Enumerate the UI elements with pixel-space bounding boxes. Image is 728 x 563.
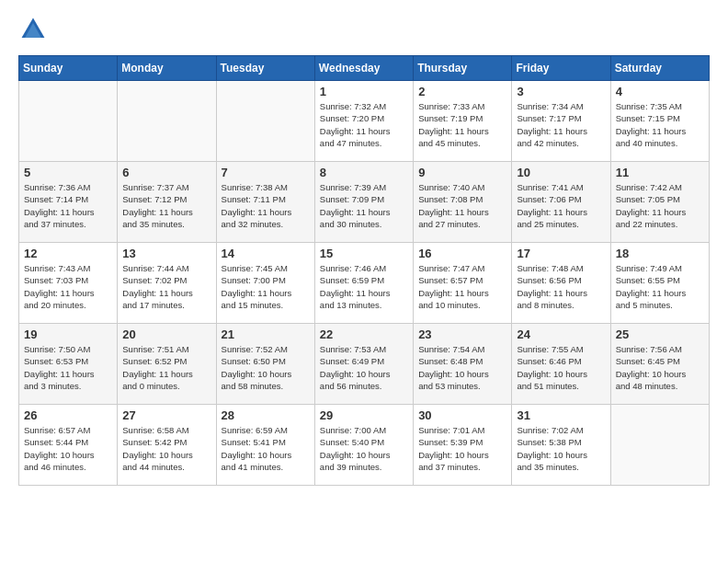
header-cell-monday: Monday bbox=[118, 56, 216, 81]
page: SundayMondayTuesdayWednesdayThursdayFrid… bbox=[0, 0, 728, 504]
day-cell: 23Sunrise: 7:54 AM Sunset: 6:48 PM Dayli… bbox=[414, 324, 512, 405]
day-number: 22 bbox=[320, 327, 408, 341]
header-cell-thursday: Thursday bbox=[414, 56, 512, 81]
day-number: 13 bbox=[122, 247, 210, 260]
day-cell: 4Sunrise: 7:35 AM Sunset: 7:15 PM Daylig… bbox=[610, 81, 709, 162]
day-info: Sunrise: 7:53 AM Sunset: 6:49 PM Dayligh… bbox=[320, 343, 408, 392]
day-info: Sunrise: 6:57 AM Sunset: 5:44 PM Dayligh… bbox=[24, 424, 112, 473]
day-info: Sunrise: 7:33 AM Sunset: 7:19 PM Dayligh… bbox=[418, 100, 506, 149]
day-info: Sunrise: 7:46 AM Sunset: 6:59 PM Dayligh… bbox=[320, 262, 408, 311]
day-number: 9 bbox=[418, 166, 506, 179]
day-cell: 7Sunrise: 7:38 AM Sunset: 7:11 PM Daylig… bbox=[216, 162, 314, 243]
day-info: Sunrise: 6:58 AM Sunset: 5:42 PM Dayligh… bbox=[122, 424, 210, 473]
day-info: Sunrise: 7:41 AM Sunset: 7:06 PM Dayligh… bbox=[517, 181, 605, 230]
day-info: Sunrise: 7:01 AM Sunset: 5:39 PM Dayligh… bbox=[418, 424, 506, 473]
day-cell: 6Sunrise: 7:37 AM Sunset: 7:12 PM Daylig… bbox=[118, 162, 216, 243]
day-number: 14 bbox=[222, 247, 310, 260]
week-row-4: 19Sunrise: 7:50 AM Sunset: 6:53 PM Dayli… bbox=[19, 324, 710, 405]
calendar-table: SundayMondayTuesdayWednesdayThursdayFrid… bbox=[18, 55, 710, 486]
day-number: 2 bbox=[418, 85, 506, 98]
day-cell: 24Sunrise: 7:55 AM Sunset: 6:46 PM Dayli… bbox=[512, 324, 610, 405]
day-cell: 21Sunrise: 7:52 AM Sunset: 6:50 PM Dayli… bbox=[216, 324, 314, 405]
header-cell-tuesday: Tuesday bbox=[216, 56, 314, 81]
day-cell: 1Sunrise: 7:32 AM Sunset: 7:20 PM Daylig… bbox=[314, 81, 413, 162]
header-cell-saturday: Saturday bbox=[610, 56, 709, 81]
day-info: Sunrise: 7:34 AM Sunset: 7:17 PM Dayligh… bbox=[517, 100, 605, 149]
day-number: 3 bbox=[517, 85, 605, 98]
header bbox=[18, 15, 710, 44]
header-cell-sunday: Sunday bbox=[19, 56, 118, 81]
day-cell bbox=[610, 405, 709, 486]
day-cell: 8Sunrise: 7:39 AM Sunset: 7:09 PM Daylig… bbox=[314, 162, 413, 243]
day-cell: 5Sunrise: 7:36 AM Sunset: 7:14 PM Daylig… bbox=[19, 162, 118, 243]
day-number: 11 bbox=[616, 166, 704, 179]
day-number: 23 bbox=[418, 327, 506, 341]
day-number: 18 bbox=[616, 247, 704, 260]
day-cell: 2Sunrise: 7:33 AM Sunset: 7:19 PM Daylig… bbox=[414, 81, 512, 162]
day-number: 30 bbox=[418, 408, 506, 422]
day-info: Sunrise: 7:44 AM Sunset: 7:02 PM Dayligh… bbox=[122, 262, 210, 311]
day-number: 24 bbox=[517, 327, 605, 341]
day-cell: 10Sunrise: 7:41 AM Sunset: 7:06 PM Dayli… bbox=[512, 162, 610, 243]
day-cell: 9Sunrise: 7:40 AM Sunset: 7:08 PM Daylig… bbox=[414, 162, 512, 243]
day-info: Sunrise: 7:42 AM Sunset: 7:05 PM Dayligh… bbox=[616, 181, 704, 230]
day-number: 29 bbox=[320, 408, 408, 422]
logo bbox=[18, 15, 51, 44]
day-info: Sunrise: 7:50 AM Sunset: 6:53 PM Dayligh… bbox=[24, 343, 112, 392]
day-cell: 30Sunrise: 7:01 AM Sunset: 5:39 PM Dayli… bbox=[414, 405, 512, 486]
day-number: 10 bbox=[517, 166, 605, 179]
day-number: 28 bbox=[222, 408, 310, 422]
day-cell: 29Sunrise: 7:00 AM Sunset: 5:40 PM Dayli… bbox=[314, 405, 413, 486]
day-cell: 3Sunrise: 7:34 AM Sunset: 7:17 PM Daylig… bbox=[512, 81, 610, 162]
day-info: Sunrise: 7:02 AM Sunset: 5:38 PM Dayligh… bbox=[517, 424, 605, 473]
day-cell: 16Sunrise: 7:47 AM Sunset: 6:57 PM Dayli… bbox=[414, 243, 512, 324]
day-number: 7 bbox=[222, 166, 310, 179]
day-cell: 27Sunrise: 6:58 AM Sunset: 5:42 PM Dayli… bbox=[118, 405, 216, 486]
week-row-5: 26Sunrise: 6:57 AM Sunset: 5:44 PM Dayli… bbox=[19, 405, 710, 486]
header-row: SundayMondayTuesdayWednesdayThursdayFrid… bbox=[19, 56, 710, 81]
day-cell: 12Sunrise: 7:43 AM Sunset: 7:03 PM Dayli… bbox=[19, 243, 118, 324]
day-info: Sunrise: 7:39 AM Sunset: 7:09 PM Dayligh… bbox=[320, 181, 408, 230]
day-info: Sunrise: 7:51 AM Sunset: 6:52 PM Dayligh… bbox=[122, 343, 210, 392]
day-number: 19 bbox=[24, 327, 112, 341]
day-number: 8 bbox=[320, 166, 408, 179]
day-number: 17 bbox=[517, 247, 605, 260]
day-number: 15 bbox=[320, 247, 408, 260]
day-info: Sunrise: 7:32 AM Sunset: 7:20 PM Dayligh… bbox=[320, 100, 408, 149]
day-info: Sunrise: 7:55 AM Sunset: 6:46 PM Dayligh… bbox=[517, 343, 605, 392]
day-info: Sunrise: 7:45 AM Sunset: 7:00 PM Dayligh… bbox=[222, 262, 310, 311]
day-number: 4 bbox=[616, 85, 704, 98]
day-number: 26 bbox=[24, 408, 112, 422]
week-row-2: 5Sunrise: 7:36 AM Sunset: 7:14 PM Daylig… bbox=[19, 162, 710, 243]
day-info: Sunrise: 7:43 AM Sunset: 7:03 PM Dayligh… bbox=[24, 262, 112, 311]
day-info: Sunrise: 7:49 AM Sunset: 6:55 PM Dayligh… bbox=[616, 262, 704, 311]
day-info: Sunrise: 7:38 AM Sunset: 7:11 PM Dayligh… bbox=[222, 181, 310, 230]
day-cell: 20Sunrise: 7:51 AM Sunset: 6:52 PM Dayli… bbox=[118, 324, 216, 405]
day-info: Sunrise: 7:40 AM Sunset: 7:08 PM Dayligh… bbox=[418, 181, 506, 230]
day-number: 12 bbox=[24, 247, 112, 260]
day-number: 31 bbox=[517, 408, 605, 422]
day-cell: 25Sunrise: 7:56 AM Sunset: 6:45 PM Dayli… bbox=[610, 324, 709, 405]
day-number: 21 bbox=[222, 327, 310, 341]
day-info: Sunrise: 7:52 AM Sunset: 6:50 PM Dayligh… bbox=[222, 343, 310, 392]
day-info: Sunrise: 7:37 AM Sunset: 7:12 PM Dayligh… bbox=[122, 181, 210, 230]
day-cell bbox=[19, 81, 118, 162]
day-number: 20 bbox=[122, 327, 210, 341]
day-info: Sunrise: 7:48 AM Sunset: 6:56 PM Dayligh… bbox=[517, 262, 605, 311]
day-info: Sunrise: 6:59 AM Sunset: 5:41 PM Dayligh… bbox=[222, 424, 310, 473]
calendar-body: 1Sunrise: 7:32 AM Sunset: 7:20 PM Daylig… bbox=[19, 81, 710, 486]
logo-icon bbox=[18, 15, 48, 44]
day-cell: 22Sunrise: 7:53 AM Sunset: 6:49 PM Dayli… bbox=[314, 324, 413, 405]
day-number: 27 bbox=[122, 408, 210, 422]
day-info: Sunrise: 7:00 AM Sunset: 5:40 PM Dayligh… bbox=[320, 424, 408, 473]
day-number: 1 bbox=[320, 85, 408, 98]
day-cell: 17Sunrise: 7:48 AM Sunset: 6:56 PM Dayli… bbox=[512, 243, 610, 324]
header-cell-wednesday: Wednesday bbox=[314, 56, 413, 81]
day-info: Sunrise: 7:54 AM Sunset: 6:48 PM Dayligh… bbox=[418, 343, 506, 392]
day-cell: 13Sunrise: 7:44 AM Sunset: 7:02 PM Dayli… bbox=[118, 243, 216, 324]
day-info: Sunrise: 7:56 AM Sunset: 6:45 PM Dayligh… bbox=[616, 343, 704, 392]
day-cell: 11Sunrise: 7:42 AM Sunset: 7:05 PM Dayli… bbox=[610, 162, 709, 243]
day-number: 25 bbox=[616, 327, 704, 341]
day-cell: 18Sunrise: 7:49 AM Sunset: 6:55 PM Dayli… bbox=[610, 243, 709, 324]
day-number: 6 bbox=[122, 166, 210, 179]
